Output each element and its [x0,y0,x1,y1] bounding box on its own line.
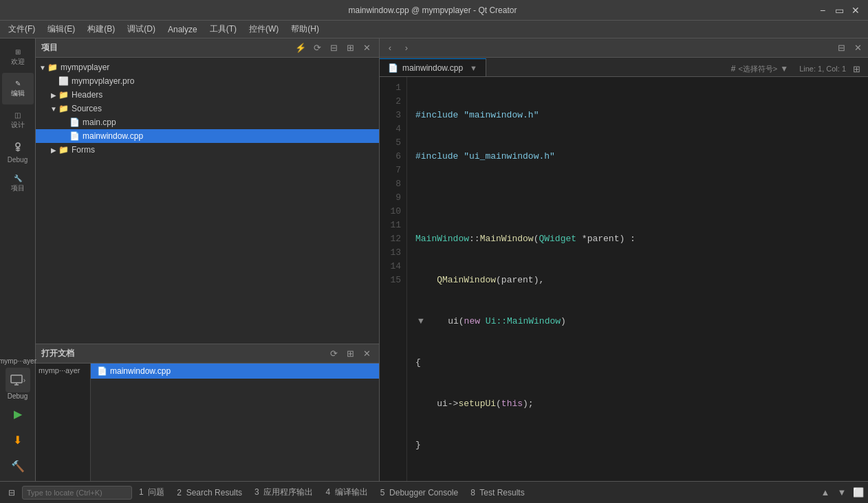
tree-item-mainwindow-cpp[interactable]: 📄 mainwindow.cpp [36,129,379,143]
editor-tab-mainwindow[interactable]: 📄 mainwindow.cpp ▼ [380,58,486,76]
bottom-tab-test[interactable]: 8 Test Results [465,487,530,499]
line-num-14: 14 [380,260,401,273]
menu-control[interactable]: 控件(W) [243,22,284,36]
tree-item-sources[interactable]: ▼ 📁 Sources [36,102,379,115]
doc-item-mainwindow[interactable]: 📄 mainwindow.cpp [91,364,379,379]
doc-file-icon: 📄 [96,366,107,377]
back-button[interactable]: ‹ [382,41,398,56]
tree-item-pro[interactable]: ⬜ mympvplayer.pro [36,74,379,88]
bottom-expand-button[interactable]: ⬜ [851,486,865,500]
minimize-button[interactable]: − [817,5,828,16]
expand-editor-button[interactable]: ⊞ [849,61,864,76]
bottom-tab-issues[interactable]: 1 问题 [133,485,170,500]
debug-device-label: Debug [8,392,28,400]
sidebar-welcome-label: 欢迎 [11,57,25,67]
bottom-tab-search-results[interactable]: 2 Search Results [171,487,248,499]
search-results-label: 2 Search Results [177,488,242,498]
menu-build[interactable]: 构建(B) [82,22,120,36]
debug-run-button[interactable]: ⬇ [6,427,30,452]
sidebar-debug[interactable]: Debug [2,136,34,168]
open-docs-collapse-icon[interactable]: ⟳ [327,347,340,361]
wrench-icon: 🔧 [14,175,22,182]
code-line-5: QMainWindow(parent), [415,273,851,287]
svg-point-0 [16,143,20,147]
open-docs-close-icon[interactable]: ✕ [360,347,373,361]
tree-label-sources: Sources [72,104,102,113]
sidebar-debug-label: Debug [8,156,28,164]
bottom-tab-debugger[interactable]: 5 Debugger Console [375,487,464,499]
maximize-button[interactable]: ▭ [834,5,845,16]
svg-rect-5 [11,375,22,383]
app-output-label: 3 应用程序输出 [254,487,313,498]
tree-arrow-mainwindow [61,132,69,140]
title-bar: mainwindow.cpp @ mympvplayer - Qt Creato… [0,0,868,21]
sidebar-design-label: 设计 [11,120,25,130]
tree-label-pro: mympvplayer.pro [72,76,134,86]
sync-icon[interactable]: ⟳ [310,41,324,55]
tree-item-headers[interactable]: ▶ 📁 Headers [36,88,379,102]
tree-item-main-cpp[interactable]: 📄 main.cpp [36,115,379,129]
tree-arrow-main [61,118,69,126]
welcome-icon: ⊞ [15,48,21,56]
collapse-icon[interactable]: ⊟ [327,41,340,55]
close-panel-icon[interactable]: ✕ [360,41,373,55]
debug-device-area: › Debug [6,368,30,400]
line-num-11: 11 [380,219,401,232]
code-area[interactable]: #include "mainwindow.h" #include "ui_mai… [407,77,860,481]
menu-analyze[interactable]: Analyze [162,23,203,36]
symbol-selector[interactable]: <选择符号> [738,64,777,74]
code-line-2: #include "ui_mainwindow.h" [415,150,851,164]
main-container: ⊞ 欢迎 ✎ 编辑 ◫ 设计 Debug 🔧 项目 ? [0,38,868,481]
tree-arrow-root: ▼ [39,63,47,71]
cpp-file-icon-main: 📄 [69,117,80,128]
debug-icon [11,141,25,155]
menu-help[interactable]: 帮助(H) [285,22,325,36]
line-num-7: 7 [380,164,401,177]
editor-area: ‹ › ⊟ ✕ 📄 mainwindow.cpp ▼ # <选择符号> ▼ Li… [380,38,868,481]
close-editor-button[interactable]: ✕ [850,41,865,56]
doc-label-mainwindow: mainwindow.cpp [110,366,171,376]
menu-debug[interactable]: 调试(D) [122,22,161,36]
forward-button[interactable]: › [399,41,414,56]
monitor-icon [10,373,23,387]
code-line-7: { [415,356,851,370]
menu-edit[interactable]: 编辑(E) [42,22,80,36]
bottom-right-controls: ▲ ▼ ⬜ [818,486,865,500]
sidebar-welcome[interactable]: ⊞ 欢迎 [2,41,34,73]
menu-file[interactable]: 文件(F) [3,22,41,36]
code-line-9: } [415,438,851,452]
tree-label-main-cpp: main.cpp [83,118,116,127]
test-results-label: 8 Test Results [470,488,524,498]
left-bottom-controls: mymp···ayer › Debug ▶ ⬇ 🔨 [0,356,36,481]
line-num-15: 15 [380,273,401,287]
debug-device-icon[interactable]: › [6,368,30,392]
build-button[interactable]: 🔨 [6,454,30,478]
locate-input[interactable] [22,486,132,500]
editor-content[interactable]: 1 2 3 4 5 6 7 8 9 10 11 12 13 14 15 #inc… [380,77,868,481]
split-editor-button[interactable]: ⊟ [834,41,849,56]
code-line-8: ui->setupUi(this); [415,397,851,411]
line-num-1: 1 [380,81,401,95]
line-num-10: 10 [380,205,401,219]
tree-item-forms[interactable]: ▶ 📁 Forms [36,143,379,157]
bottom-down-button[interactable]: ▼ [835,486,849,500]
menu-tools[interactable]: 工具(T) [204,22,242,36]
fold-marker-6[interactable]: ▼ [415,315,426,328]
bottom-tab-app-output[interactable]: 3 应用程序输出 [249,485,318,500]
tab-bar: 📄 mainwindow.cpp ▼ # <选择符号> ▼ Line: 1, C… [380,58,868,77]
tree-item-root[interactable]: ▼ 📁 mympvplayer [36,60,379,74]
sidebar-project[interactable]: 🔧 项目 [2,168,34,199]
split-icon[interactable]: ⊞ [343,41,357,55]
run-button[interactable]: ▶ [6,401,30,426]
bottom-tab-build-output[interactable]: 4 编译输出 [320,485,373,500]
sidebar-edit[interactable]: ✎ 编辑 [2,73,34,104]
open-docs-split-icon[interactable]: ⊞ [343,347,357,361]
symbol-dropdown-icon[interactable]: ▼ [780,64,788,74]
device-label[interactable]: mymp···ayer [0,356,39,366]
editor-scrollbar[interactable] [860,77,868,481]
sidebar-design[interactable]: ◫ 设计 [2,104,34,136]
filter-icon[interactable]: ⚡ [294,41,307,55]
bottom-toggle-button[interactable]: ⊟ [3,487,21,499]
bottom-up-button[interactable]: ▲ [818,486,832,500]
close-button[interactable]: ✕ [850,5,861,16]
